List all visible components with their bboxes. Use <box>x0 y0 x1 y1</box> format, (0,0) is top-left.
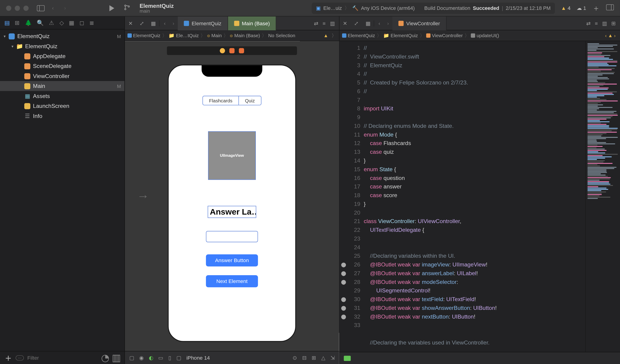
file-row-launchscreen[interactable]: LaunchScreen <box>0 101 124 111</box>
left-jumpbar[interactable]: ElementQuiz〉 📁 Ele…tQuiz〉 ⌾ Main〉 ⌾ Main… <box>125 30 339 41</box>
right-tabbar: ✕ ⤢ ▦ ‹ › ViewController ⇄ ≡ ▥ ⊞ <box>339 16 620 30</box>
tab-elementquiz[interactable]: ElementQuiz <box>178 16 228 30</box>
library-button[interactable]: ＋ <box>592 3 600 13</box>
phone-mock[interactable]: Flashcards Quiz UIImageView Answer La… A… <box>168 64 296 342</box>
svg-rect-5 <box>606 5 614 10</box>
related-icon[interactable]: ▦ <box>362 20 374 26</box>
navigator: ▤ ⊞ 🌲 🔍 ⚠ ◇ ▦ ◻ ≣ ▾ElementQuizM▾📁Element… <box>0 16 125 364</box>
canvas[interactable]: → Flashcards Quiz UIImageView Answer La… <box>125 41 339 351</box>
pin-icon[interactable]: ⊞ <box>312 355 316 361</box>
file-row-appdelegate[interactable]: AppDelegate <box>0 51 124 61</box>
warnings-icon[interactable]: ▲ 4 <box>561 5 570 11</box>
svg-rect-0 <box>37 5 44 11</box>
code-editor-pane: ✕ ⤢ ▦ ‹ › ViewController ⇄ ≡ ▥ ⊞ <box>339 16 620 364</box>
answer-button[interactable]: Answer Button <box>206 254 258 266</box>
entry-point-arrow[interactable]: → <box>137 189 149 203</box>
navigator-selector[interactable]: ▤ ⊞ 🌲 🔍 ⚠ ◇ ▦ ◻ ≣ <box>0 16 124 30</box>
branch-name: main <box>140 9 174 13</box>
file-row-scenedelegate[interactable]: SceneDelegate <box>0 61 124 71</box>
svg-point-2 <box>125 5 126 6</box>
file-row-main[interactable]: MainM <box>0 81 124 91</box>
recent-icon[interactable]: ◔ <box>101 352 109 363</box>
source-control-nav-icon[interactable]: ⊞ <box>15 19 19 26</box>
doc-items-icon[interactable]: ≡ <box>323 20 326 26</box>
svg-point-3 <box>125 9 126 10</box>
fwd-icon[interactable]: › <box>384 20 392 26</box>
file-row-info[interactable]: ☰Info <box>0 111 124 121</box>
a11y-icon[interactable]: ◉ <box>139 355 143 361</box>
left-tabbar: ✕ ⤢ ▦ ‹ › ElementQuiz Main (Base) <box>125 16 339 30</box>
debug-nav-icon[interactable]: ▦ <box>69 19 74 26</box>
test-nav-icon[interactable]: ◇ <box>60 19 64 26</box>
debug-indicator[interactable] <box>344 355 351 361</box>
split-icon[interactable]: ▥ <box>330 20 335 26</box>
project-branch[interactable]: ElementQuiz main <box>140 3 174 13</box>
code-editor[interactable]: 1234567891011121314151617181920212223242… <box>339 41 620 352</box>
find-nav-icon[interactable]: 🔍 <box>37 19 44 26</box>
warning-icon[interactable]: ▲ <box>324 33 330 38</box>
fwd-icon[interactable]: › <box>169 20 178 26</box>
filter-scope[interactable]: ⋯ <box>16 355 24 360</box>
file-row-elementquiz[interactable]: ▾📁ElementQuiz <box>0 41 124 51</box>
align-icon[interactable]: ⊟ <box>302 355 307 361</box>
window-controls[interactable] <box>0 5 35 11</box>
report-nav-icon[interactable]: ≣ <box>89 19 94 26</box>
image-view[interactable]: UIImageView <box>208 131 256 180</box>
answer-label[interactable]: Answer La… <box>208 206 256 218</box>
navigator-bottom: ＋ ⋯ ◔ ▥ <box>0 351 124 364</box>
titlebar: ‹ › ElementQuiz main ▣ Ele…uiz 〉 🔨 Any i… <box>0 0 620 16</box>
breakpoint-nav-icon[interactable]: ◻ <box>79 19 84 26</box>
file-row-viewcontroller[interactable]: ViewController <box>0 71 124 81</box>
file-row-elementquiz[interactable]: ▾ElementQuizM <box>0 31 124 41</box>
layout-icon[interactable]: ▯ <box>168 355 171 361</box>
activity-status[interactable]: ▣ Ele…uiz 〉 🔨 Any iOS Device (arm64) Bui… <box>312 2 555 14</box>
project-name: ElementQuiz <box>140 3 174 9</box>
cloud-icon[interactable]: ☁ 1 <box>577 5 586 11</box>
sidebar-toggle-icon[interactable] <box>35 5 47 11</box>
scene-dock[interactable] <box>167 46 297 55</box>
tab-main[interactable]: Main (Base) <box>228 16 277 30</box>
appearance-icon[interactable]: ◐ <box>149 355 153 361</box>
file-tree[interactable]: ▾ElementQuizM▾📁ElementQuizAppDelegateSce… <box>0 29 124 351</box>
split-icon[interactable]: ▥ <box>602 20 607 26</box>
right-jumpbar[interactable]: ElementQuiz〉 📁 ElementQuiz〉 ViewControll… <box>339 30 620 41</box>
zoom-icon[interactable]: ⊙ <box>293 355 297 361</box>
add-editor-icon[interactable]: ⊞ <box>611 20 616 26</box>
scm-filter-icon[interactable]: ▥ <box>112 352 121 363</box>
outline-icon[interactable]: ▢ <box>129 355 134 361</box>
svg-point-4 <box>128 6 129 7</box>
device-icon[interactable]: ▢ <box>176 355 181 361</box>
filter-input[interactable] <box>26 354 98 361</box>
segmented-control[interactable]: Flashcards Quiz <box>202 95 261 105</box>
editor-layout-icon[interactable] <box>606 4 614 12</box>
orientation-icon[interactable]: ▭ <box>158 355 163 361</box>
debug-bar[interactable] <box>339 352 620 364</box>
related-icon[interactable]: ▦ <box>147 20 159 26</box>
tab-viewcontroller[interactable]: ViewController <box>392 16 447 30</box>
minimap[interactable] <box>585 41 620 352</box>
doc-items-icon[interactable]: ≡ <box>595 20 598 26</box>
device-label[interactable]: iPhone 14 <box>186 355 210 361</box>
nav-fwd-icon[interactable]: › <box>59 5 71 11</box>
interface-builder-pane: ✕ ⤢ ▦ ‹ › ElementQuiz Main (Base) <box>125 16 340 364</box>
file-row-assets[interactable]: ▦Assets <box>0 91 124 101</box>
back-icon[interactable]: ‹ <box>374 20 384 26</box>
run-button[interactable] <box>106 5 118 11</box>
symbol-nav-icon[interactable]: 🌲 <box>25 19 32 26</box>
back-icon[interactable]: ‹ <box>159 20 169 26</box>
focus-icon[interactable]: ⤢ <box>136 20 147 26</box>
adjust-editor-icon[interactable]: ⇄ <box>314 20 318 26</box>
close-tab-icon[interactable]: ✕ <box>339 20 351 26</box>
focus-icon[interactable]: ⤢ <box>351 20 362 26</box>
close-tab-icon[interactable]: ✕ <box>125 20 136 26</box>
adjust-editor-icon[interactable]: ⇄ <box>586 20 591 26</box>
add-button[interactable]: ＋ <box>3 351 13 364</box>
nav-back-icon[interactable]: ‹ <box>47 5 59 11</box>
embed-icon[interactable]: ⇲ <box>330 355 335 361</box>
branch-icon[interactable] <box>124 4 130 12</box>
project-nav-icon[interactable]: ▤ <box>4 19 10 26</box>
issue-nav-icon[interactable]: ⚠ <box>49 19 54 26</box>
resolve-icon[interactable]: △ <box>321 355 325 361</box>
next-button[interactable]: Next Element <box>206 275 258 287</box>
text-field[interactable] <box>206 231 258 242</box>
